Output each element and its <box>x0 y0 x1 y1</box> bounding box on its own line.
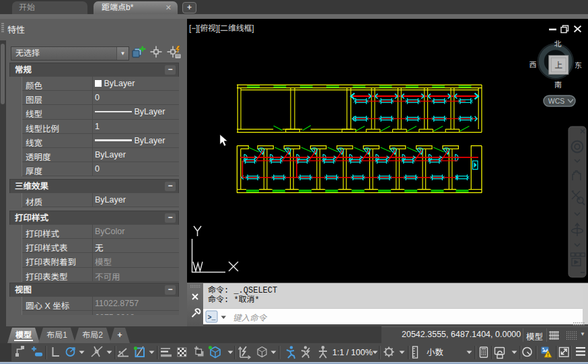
svg-text:1:1 / 100%: 1:1 / 100% <box>332 348 373 357</box>
svg-text:>_: >_ <box>207 314 216 322</box>
svg-text:南: 南 <box>554 81 562 89</box>
svg-text:!: ! <box>547 352 549 358</box>
svg-text:东: 东 <box>575 61 582 69</box>
svg-text:小数: 小数 <box>427 348 444 357</box>
svg-text:北: 北 <box>554 40 562 48</box>
svg-text:西: 西 <box>529 61 537 69</box>
svg-text:上: 上 <box>554 61 562 70</box>
svg-text:WCS: WCS <box>548 97 565 105</box>
svg-text:键入命令: 键入命令 <box>233 314 268 323</box>
